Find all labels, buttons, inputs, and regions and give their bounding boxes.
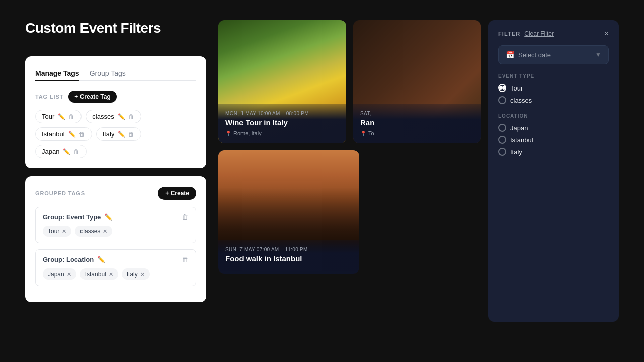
radio-circle-classes — [498, 96, 506, 104]
radio-circle-italy — [498, 148, 506, 156]
filter-close-button[interactable]: × — [604, 29, 609, 38]
tag-name-istanbul: Istanbul — [42, 130, 65, 138]
remove-japan-chip[interactable]: ✕ — [67, 271, 71, 278]
location-pin-icon: 📍 — [225, 131, 231, 136]
create-group-button[interactable]: + Create — [158, 187, 196, 200]
grouped-tags-label: GROUPED TAGS — [35, 190, 85, 196]
remove-tour-chip[interactable]: ✕ — [62, 228, 66, 235]
date-select-left: 📅 Select date — [506, 51, 551, 59]
events-panel: MON, 1 MAY 10:00 AM – 08:00 PM Wine Tour… — [218, 20, 481, 342]
group-location-title-row: Group: Location ✏️ 🗑 — [43, 256, 189, 263]
edit-italy-button[interactable]: ✏️ — [117, 131, 126, 138]
wine-tour-title: Wine Tour in Italy — [225, 118, 339, 127]
tag-icons-tour: ✏️ 🗑 — [57, 113, 75, 120]
radio-label-tour: Tour — [510, 84, 523, 92]
event-card-partial[interactable]: SAT, Ran 📍 To — [353, 20, 481, 143]
delete-classes-button[interactable]: 🗑 — [128, 113, 135, 120]
edit-classes-button[interactable]: ✏️ — [117, 113, 126, 120]
group-event-type-title: Group: Event Type ✏️ — [43, 213, 113, 221]
delete-group-location-button[interactable]: 🗑 — [181, 256, 189, 263]
group-chip-istanbul: Istanbul ✕ — [80, 268, 118, 280]
tag-item-tour: Tour ✏️ 🗑 — [35, 110, 82, 123]
delete-group-event-type-button[interactable]: 🗑 — [181, 213, 189, 221]
date-select-label: Select date — [518, 51, 551, 59]
remove-istanbul-chip[interactable]: ✕ — [109, 271, 113, 278]
tag-icons-classes: ✏️ 🗑 — [117, 113, 135, 120]
delete-japan-button[interactable]: 🗑 — [73, 148, 80, 155]
group-event-type-tags: Tour ✕ classes ✕ — [43, 226, 189, 237]
tag-name-classes: classes — [92, 113, 114, 120]
group-chip-japan: Japan ✕ — [43, 268, 76, 280]
event-type-section-title: EVENT TYPE — [498, 73, 609, 79]
tag-list-header: TAG LIST + Create Tag — [35, 90, 196, 103]
manage-tags-card: Manage Tags Group Tags TAG LIST + Create… — [25, 56, 206, 168]
wine-tour-overlay: MON, 1 MAY 10:00 AM – 08:00 PM Wine Tour… — [218, 104, 346, 143]
radio-circle-tour — [498, 84, 506, 92]
grouped-tags-card: GROUPED TAGS + Create Group: Event Type … — [25, 176, 206, 302]
istanbul-meta: SUN, 7 MAY 07:00 AM – 11:00 PM — [225, 247, 352, 252]
radio-label-classes: classes — [510, 97, 532, 104]
remove-italy-chip[interactable]: ✕ — [140, 271, 145, 278]
delete-italy-button[interactable]: 🗑 — [128, 131, 135, 138]
tags-grid: Tour ✏️ 🗑 classes ✏️ 🗑 Istanbul — [35, 110, 196, 158]
edit-japan-button[interactable]: ✏️ — [62, 148, 71, 155]
radio-label-istanbul: Istanbul — [510, 136, 533, 144]
istanbul-overlay: SUN, 7 MAY 07:00 AM – 11:00 PM Food walk… — [218, 240, 359, 274]
tag-icons-italy: ✏️ 🗑 — [117, 131, 135, 138]
create-tag-button[interactable]: + Create Tag — [68, 90, 116, 103]
radio-japan[interactable]: Japan — [498, 124, 609, 132]
tab-manage-tags[interactable]: Manage Tags — [35, 66, 79, 81]
event-card-wine-tour[interactable]: MON, 1 MAY 10:00 AM – 08:00 PM Wine Tour… — [218, 20, 346, 143]
events-list: MON, 1 MAY 10:00 AM – 08:00 PM Wine Tour… — [218, 20, 481, 274]
radio-label-japan: Japan — [510, 124, 528, 132]
radio-italy[interactable]: Italy — [498, 148, 609, 156]
tag-item-istanbul: Istanbul ✏️ 🗑 — [35, 127, 92, 141]
location-section-title: LOCATION — [498, 113, 609, 119]
main-layout: Custom Event Filters Manage Tags Group T… — [25, 20, 619, 342]
radio-tour[interactable]: Tour — [498, 84, 609, 92]
tag-item-classes: classes ✏️ 🗑 — [86, 110, 141, 123]
tag-item-italy: Italy ✏️ 🗑 — [96, 127, 142, 141]
group-chip-tour: Tour ✕ — [43, 226, 71, 237]
page-title: Custom Event Filters — [25, 20, 206, 36]
group-event-type: Group: Event Type ✏️ 🗑 Tour ✕ classes ✕ — [35, 207, 196, 243]
partial-location: 📍 To — [360, 130, 474, 136]
radio-istanbul[interactable]: Istanbul — [498, 136, 609, 144]
radio-classes[interactable]: classes — [498, 96, 609, 104]
group-location: Group: Location ✏️ 🗑 Japan ✕ Istanbul ✕ — [35, 249, 196, 286]
edit-istanbul-button[interactable]: ✏️ — [68, 131, 76, 138]
istanbul-title: Food walk in Istanbul — [225, 254, 352, 263]
tabs: Manage Tags Group Tags — [35, 66, 196, 81]
date-select-dropdown[interactable]: 📅 Select date ▼ — [498, 45, 609, 64]
tag-icons-istanbul: ✏️ 🗑 — [68, 131, 86, 138]
delete-istanbul-button[interactable]: 🗑 — [78, 131, 86, 138]
group-location-tags: Japan ✕ Istanbul ✕ Italy ✕ — [43, 268, 189, 280]
tab-group-tags[interactable]: Group Tags — [90, 66, 126, 81]
tag-item-japan: Japan ✏️ 🗑 — [35, 145, 87, 158]
location-pin-icon2: 📍 — [360, 131, 366, 136]
filter-panel: FILTER Clear Filter × 📅 Select date ▼ EV… — [488, 20, 619, 322]
left-panel: Custom Event Filters Manage Tags Group T… — [25, 20, 206, 342]
group-location-title: Group: Location ✏️ — [43, 256, 106, 263]
tag-name-japan: Japan — [42, 148, 59, 155]
partial-title: Ran — [360, 118, 474, 127]
remove-classes-chip[interactable]: ✕ — [103, 228, 107, 235]
filter-label: FILTER — [498, 31, 520, 37]
radio-circle-istanbul — [498, 136, 506, 144]
edit-tour-button[interactable]: ✏️ — [57, 113, 66, 120]
wine-tour-location: 📍 Rome, Italy — [225, 130, 339, 136]
radio-label-italy: Italy — [510, 148, 522, 156]
event-card-istanbul[interactable]: SUN, 7 MAY 07:00 AM – 11:00 PM Food walk… — [218, 150, 359, 274]
tag-name-italy: Italy — [103, 130, 115, 138]
wine-tour-meta: MON, 1 MAY 10:00 AM – 08:00 PM — [225, 111, 339, 116]
radio-circle-japan — [498, 124, 506, 132]
grouped-tags-header: GROUPED TAGS + Create — [35, 187, 196, 200]
delete-tour-button[interactable]: 🗑 — [68, 113, 75, 120]
events-row-1: MON, 1 MAY 10:00 AM – 08:00 PM Wine Tour… — [218, 20, 481, 143]
clear-filter-button[interactable]: Clear Filter — [524, 30, 554, 37]
edit-group-location-button[interactable]: ✏️ — [97, 256, 106, 263]
edit-group-event-type-button[interactable]: ✏️ — [104, 213, 113, 221]
group-event-type-title-row: Group: Event Type ✏️ 🗑 — [43, 213, 189, 221]
filter-event-type-section: EVENT TYPE Tour classes — [498, 73, 609, 104]
filter-title-row: FILTER Clear Filter — [498, 30, 554, 37]
